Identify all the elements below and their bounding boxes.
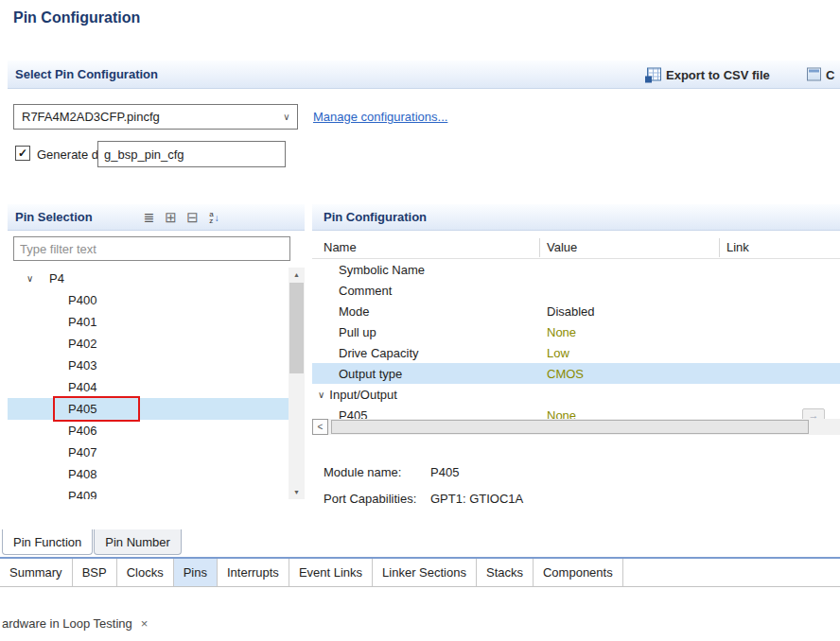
column-divider xyxy=(719,238,720,257)
tab-event-links[interactable]: Event Links xyxy=(289,559,373,586)
chevron-down-icon[interactable]: ∨ xyxy=(26,273,38,284)
pin-configuration-title: Pin Configuration xyxy=(312,210,427,224)
export-csv-button[interactable]: Export to CSV file xyxy=(647,67,770,81)
collapse-all-icon[interactable]: ⊟ xyxy=(184,208,201,226)
pin-tree: ∨ P4 P400 P401 P402 P403 P404 P405 P406 … xyxy=(8,268,305,499)
editor-tabs: Summary BSP Clocks Pins Interrupts Event… xyxy=(0,557,840,587)
pin-selection-header: Pin Selection ≣ ⊞ ⊟ az ↓ xyxy=(8,204,305,231)
tab-pin-number[interactable]: Pin Number xyxy=(94,529,182,555)
tab-label: Pin Function xyxy=(13,535,81,549)
tree-item-p409[interactable]: P409 xyxy=(8,485,289,499)
chevron-down-icon[interactable]: ∨ xyxy=(318,390,324,400)
horizontal-scrollbar-thumb[interactable] xyxy=(331,420,809,434)
table-row-symbolic-name[interactable]: Symbolic Name xyxy=(312,259,840,280)
tab-label: BSP xyxy=(82,565,107,580)
export-csv-icon xyxy=(647,68,661,81)
follow-link-arrow-icon[interactable]: → xyxy=(802,408,825,420)
table-row-mode[interactable]: Mode Disabled xyxy=(312,301,840,321)
scroll-left-icon[interactable]: < xyxy=(312,419,328,435)
tree-item-label: P409 xyxy=(68,489,96,499)
tree-item-p401[interactable]: P401 xyxy=(8,311,289,333)
row-name: Drive Capacity xyxy=(312,346,539,360)
tree-item-label: P4 xyxy=(49,271,64,286)
column-divider xyxy=(539,238,540,257)
chevron-down-icon[interactable]: ∨ xyxy=(276,112,297,122)
table-row-drive-capacity[interactable]: Drive Capacity Low xyxy=(312,342,840,363)
table-row-p405[interactable]: P405 None → xyxy=(312,405,840,419)
tab-label: Summary xyxy=(9,565,62,580)
tab-stacks[interactable]: Stacks xyxy=(477,559,534,586)
tree-item-p400[interactable]: P400 xyxy=(8,289,289,311)
generate-data-checkbox[interactable]: ✓ xyxy=(15,146,30,161)
configure-button[interactable]: C xyxy=(807,67,834,81)
annotation-red-box xyxy=(53,396,140,422)
row-name: Pull up xyxy=(312,325,539,339)
tab-pin-function[interactable]: Pin Function xyxy=(2,529,93,555)
tree-item-p403[interactable]: P403 xyxy=(8,355,289,376)
configure-label: C xyxy=(826,67,834,81)
tree-item-p408[interactable]: P408 xyxy=(8,463,289,485)
tab-linker-sections[interactable]: Linker Sections xyxy=(373,559,477,586)
tab-clocks[interactable]: Clocks xyxy=(117,559,174,586)
row-value[interactable]: None xyxy=(539,325,719,339)
pin-configuration-header: Pin Configuration xyxy=(312,204,840,231)
column-header-name: Name xyxy=(312,240,539,254)
tab-label: Interrupts xyxy=(227,565,279,580)
tab-label: Event Links xyxy=(299,565,362,580)
tree-item-label: P408 xyxy=(68,467,96,481)
tab-bsp[interactable]: BSP xyxy=(73,559,117,586)
tree-item-p402[interactable]: P402 xyxy=(8,333,289,355)
table-row-comment[interactable]: Comment xyxy=(312,280,840,301)
export-csv-label: Export to CSV file xyxy=(666,67,770,81)
select-pin-configuration-header: Select Pin Configuration Export to CSV f… xyxy=(8,61,840,89)
tree-item-p405-selected[interactable]: P405 xyxy=(8,398,289,420)
list-view-icon[interactable]: ≣ xyxy=(140,208,158,226)
scroll-up-icon[interactable]: ▲ xyxy=(289,268,305,282)
row-value[interactable]: CMOS xyxy=(539,367,719,381)
tree-item-p4[interactable]: ∨ P4 xyxy=(8,268,289,289)
column-header-value: Value xyxy=(539,240,719,254)
tree-item-p407[interactable]: P407 xyxy=(8,442,289,463)
tab-label: Clocks xyxy=(127,565,164,580)
tree-scrollbar[interactable]: ▲ ▼ xyxy=(289,268,305,499)
tab-pins[interactable]: Pins xyxy=(174,559,218,586)
tree-item-label: P404 xyxy=(68,380,96,394)
row-value[interactable]: Low xyxy=(539,346,719,360)
port-capabilities-value: GPT1: GTIOC1A xyxy=(430,492,523,506)
configuration-select[interactable]: R7FA4M2AD3CFP.pincfg ∨ xyxy=(13,104,298,130)
module-name-value: P405 xyxy=(430,465,459,479)
generate-data-input[interactable] xyxy=(97,141,286,167)
table-row-input-output[interactable]: ∨ Input/Output xyxy=(312,384,840,405)
tree-item-label: P402 xyxy=(68,337,96,351)
tab-label: Pin Number xyxy=(105,535,170,549)
configuration-select-value: R7FA4M2AD3CFP.pincfg xyxy=(14,110,276,124)
tab-interrupts[interactable]: Interrupts xyxy=(218,559,289,586)
scroll-down-icon[interactable]: ▼ xyxy=(289,485,305,499)
section-title: Select Pin Configuration xyxy=(8,67,158,81)
manage-configurations-link[interactable]: Manage configurations... xyxy=(313,110,447,124)
tree-scrollbar-thumb[interactable] xyxy=(289,283,304,373)
row-name: Symbolic Name xyxy=(312,263,539,277)
checkmark-icon: ✓ xyxy=(18,147,27,159)
row-value[interactable]: Disabled xyxy=(539,304,719,319)
tree-item-p404[interactable]: P404 xyxy=(8,376,289,398)
tab-label: Linker Sections xyxy=(382,565,466,580)
expand-all-icon[interactable]: ⊞ xyxy=(162,208,180,226)
row-name: Output type xyxy=(312,367,539,381)
row-name: Mode xyxy=(312,304,539,319)
close-icon[interactable]: × xyxy=(141,616,149,631)
horizontal-scrollbar[interactable]: < xyxy=(312,419,840,435)
tab-label: Components xyxy=(543,565,613,580)
filter-input[interactable] xyxy=(13,236,290,261)
table-row-output-type-selected[interactable]: Output type CMOS xyxy=(312,363,840,384)
tab-components[interactable]: Components xyxy=(534,559,623,586)
row-value[interactable]: None xyxy=(539,408,719,420)
tab-summary[interactable]: Summary xyxy=(0,559,73,586)
tree-item-p406[interactable]: P406 xyxy=(8,420,289,442)
tab-hardware-in-loop-testing-partial[interactable]: ardware in Loop Testing × xyxy=(2,616,148,631)
row-name: P405 xyxy=(312,408,539,420)
table-row-pull-up[interactable]: Pull up None xyxy=(312,321,840,342)
column-header-link: Link xyxy=(719,240,749,254)
sort-az-icon[interactable]: az ↓ xyxy=(205,208,223,226)
tree-item-label: P400 xyxy=(68,293,96,307)
